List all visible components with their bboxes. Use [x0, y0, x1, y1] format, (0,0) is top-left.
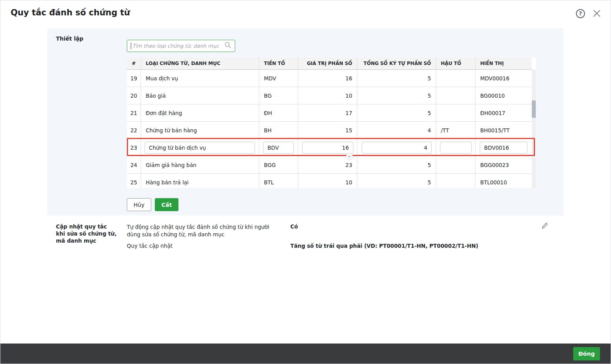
row-name: Hàng bán trả lại: [141, 174, 259, 188]
table-row[interactable]: 24 Giảm giá hàng bán BGG 23 5 BGG00023: [127, 156, 532, 174]
column-header: GIÁ TRỊ PHẦN SỐ: [298, 58, 357, 69]
row-name: Đơn đặt hàng: [141, 104, 259, 121]
edit-pencil-icon[interactable]: [541, 222, 548, 231]
table-header: # LOẠI CHỨNG TỪ, DANH MỤC TIỀN TỐ GIÁ TR…: [127, 58, 536, 70]
row-prefix: BG: [259, 87, 298, 104]
column-header: LOẠI CHỨNG TỪ, DANH MỤC: [141, 58, 259, 69]
row-index: 20: [127, 87, 141, 104]
save-button[interactable]: Cất: [155, 198, 178, 211]
cancel-button[interactable]: Hủy: [127, 198, 151, 211]
dialog-footer: Đóng: [0, 344, 611, 364]
table-body: 19 Mua dịch vụ MDV 16 5 MDV00016 20 Báo …: [127, 70, 536, 188]
close-dialog-button[interactable]: Đóng: [573, 347, 600, 360]
column-header: TIỀN TỐ: [259, 58, 298, 69]
search-box: [127, 40, 235, 52]
row-display: MDV00016: [475, 70, 532, 87]
row-index: 23: [127, 139, 141, 156]
table-row[interactable]: 22 Chứng từ bán hàng BH 15 4 /TT BH0015/…: [127, 122, 532, 139]
scrollbar-thumb[interactable]: [532, 100, 536, 118]
row-prefix: BH: [259, 122, 298, 139]
row-display: BTL00010: [475, 174, 532, 188]
total-chars-input[interactable]: [362, 142, 432, 154]
row-display: ĐH00017: [475, 104, 532, 121]
row-display: BGG00023: [475, 156, 532, 173]
prefix-input[interactable]: [263, 142, 294, 154]
table-row[interactable]: 25 Hàng bán trả lại BTL 10 5 BTL00010: [127, 174, 532, 188]
search-input[interactable]: [131, 40, 225, 52]
row-index: 19: [127, 70, 141, 87]
table-row-editing[interactable]: 23: [127, 139, 532, 156]
close-icon[interactable]: [592, 9, 602, 18]
column-header: TỔNG SỐ KÝ TỰ PHẦN SỐ: [357, 58, 436, 69]
search-icon: [225, 42, 231, 50]
numbering-table: # LOẠI CHỨNG TỪ, DANH MỤC TIỀN TỐ GIÁ TR…: [127, 58, 536, 188]
table-row[interactable]: 20 Báo giá BG 10 5 BG00010: [127, 87, 532, 104]
row-number-value: 17: [298, 104, 357, 121]
auto-update-value: Có: [290, 223, 298, 230]
auto-update-description: Tự động cập nhật quy tắc đánh số chứng t…: [127, 223, 284, 238]
column-header: HẬU TỐ: [436, 58, 475, 69]
header-actions: ?: [576, 9, 602, 18]
row-suffix: [436, 104, 475, 121]
number-value-input[interactable]: [302, 142, 353, 154]
row-index: 22: [127, 122, 141, 139]
name-input[interactable]: [145, 142, 255, 154]
row-number-value: 16: [298, 70, 357, 87]
update-rule-label: Cập nhật quy tắc khi sửa số chứng từ, mã…: [56, 223, 117, 244]
row-prefix: BGG: [259, 156, 298, 173]
table-scrollbar[interactable]: [532, 70, 536, 188]
row-suffix: [436, 174, 475, 188]
settings-label: Thiết lập: [56, 35, 84, 42]
column-header: #: [127, 58, 141, 69]
help-icon[interactable]: ?: [576, 9, 585, 18]
row-number-value: 10: [298, 87, 357, 104]
row-total-chars: 5: [357, 70, 436, 87]
row-total-chars: 5: [357, 87, 436, 104]
table-row[interactable]: 19 Mua dịch vụ MDV 16 5 MDV00016: [127, 70, 532, 87]
row-total-chars: 4: [357, 122, 436, 139]
column-header: HIỂN THỊ: [475, 58, 532, 69]
row-name: Chứng từ bán hàng: [141, 122, 259, 139]
row-number-value: 10: [298, 174, 357, 188]
row-display: BG00010: [475, 87, 532, 104]
row-suffix: [436, 156, 475, 173]
table-actions: Hủy Cất: [127, 198, 178, 211]
row-prefix: BTL: [259, 174, 298, 188]
row-name: Giảm giá hàng bán: [141, 156, 259, 173]
row-name: Mua dịch vụ: [141, 70, 259, 87]
row-display: BH0015/TT: [475, 122, 532, 139]
row-suffix: [436, 87, 475, 104]
row-suffix: /TT: [436, 122, 475, 139]
row-prefix: MDV: [259, 70, 298, 87]
row-total-chars: 5: [357, 104, 436, 121]
row-index: 25: [127, 174, 141, 188]
row-index: 24: [127, 156, 141, 173]
chevron-down-icon[interactable]: [346, 153, 353, 160]
suffix-input[interactable]: [440, 142, 472, 154]
page-title: Quy tắc đánh số chứng từ: [11, 8, 130, 17]
row-suffix: [436, 70, 475, 87]
display-input[interactable]: [480, 142, 527, 154]
row-name: Báo giá: [141, 87, 259, 104]
table-row[interactable]: 21 Đơn đặt hàng ĐH 17 5 ĐH00017: [127, 104, 532, 122]
settings-panel: Thiết lập # LOẠI CHỨNG TỪ, DANH MỤC TIỀN…: [47, 28, 563, 215]
rule-update-value: Tăng số từ trái qua phải (VD: PT00001/T1…: [290, 243, 478, 249]
row-number-value: 15: [298, 122, 357, 139]
row-total-chars: 5: [357, 156, 436, 173]
row-index: 21: [127, 104, 141, 121]
row-prefix: ĐH: [259, 104, 298, 121]
rule-update-label: Quy tắc cập nhật: [127, 243, 173, 249]
row-total-chars: 5: [357, 174, 436, 188]
